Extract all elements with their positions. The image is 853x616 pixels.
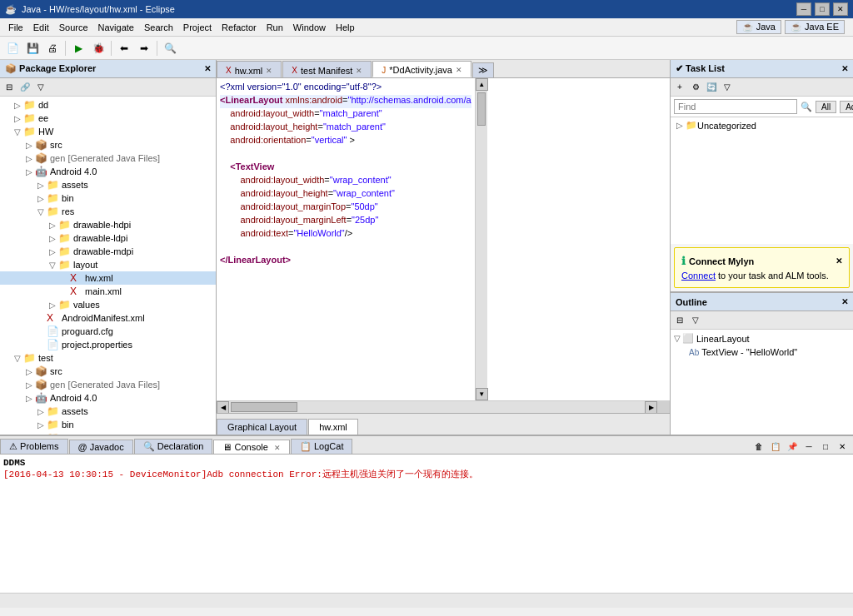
tree-item-src[interactable]: ▷ 📦 src [0, 138, 216, 152]
hw-xml-tab[interactable]: hw.xml [308, 419, 358, 435]
tree-item-test-gen[interactable]: ▷ 📦 gen [Generated Java Files] [0, 378, 216, 391]
tree-item-layout[interactable]: ▽ 📁 layout [0, 258, 216, 271]
tree-item-assets[interactable]: ▷ 📁 assets [0, 178, 216, 191]
tree-item-main-xml[interactable]: X main.xml [0, 285, 216, 298]
tab-test-manifest[interactable]: X test Manifest ✕ [282, 61, 372, 77]
menu-refactor[interactable]: Refactor [217, 21, 262, 34]
outline-view-menu-btn[interactable]: ▽ [688, 313, 703, 328]
close-button[interactable]: ✕ [833, 2, 848, 16]
toggle-layout[interactable]: ▽ [47, 261, 58, 270]
console-pin-btn[interactable]: 📌 [785, 439, 800, 454]
outline-close-btn[interactable]: ✕ [841, 297, 848, 306]
scroll-down-arrow[interactable]: ▼ [476, 388, 488, 400]
tab-hw-xml-close[interactable]: ✕ [266, 67, 272, 75]
tree-item-dd[interactable]: ▷ 📁 dd [0, 98, 216, 112]
collapse-all-btn[interactable]: ⊟ [2, 80, 17, 95]
task-sync-btn[interactable]: 🔄 [704, 80, 719, 95]
console-maximize-btn[interactable]: □ [818, 439, 833, 454]
toggle-test[interactable]: ▽ [12, 354, 23, 363]
menu-help[interactable]: Help [331, 21, 360, 34]
mylyn-connect-link[interactable]: Connect [681, 271, 716, 281]
tab-logcat[interactable]: 📋 LogCat [291, 439, 353, 454]
tree-item-ee[interactable]: ▷ 📁 ee [0, 112, 216, 125]
run-button[interactable]: ▶ [69, 39, 87, 57]
toggle-dd[interactable]: ▷ [12, 101, 23, 110]
tab-dd-activity[interactable]: J *DdActivity.java ✕ [372, 61, 471, 77]
minimize-button[interactable]: ─ [796, 2, 811, 16]
menu-run[interactable]: Run [262, 21, 288, 34]
toggle-src[interactable]: ▷ [23, 141, 35, 150]
tab-test-manifest-close[interactable]: ✕ [356, 67, 362, 75]
menu-source[interactable]: Source [54, 21, 93, 34]
tab-problems[interactable]: ⚠ Problems [0, 439, 68, 454]
filter-activat-btn[interactable]: Activat... [840, 101, 853, 113]
toggle-gen[interactable]: ▷ [23, 154, 35, 163]
toggle-bin[interactable]: ▷ [35, 194, 47, 203]
graphical-layout-tab[interactable]: Graphical Layout [217, 419, 307, 435]
tree-item-drawable-hdpi[interactable]: ▷ 📁 drawable-hdpi [0, 218, 216, 231]
tree-item-test[interactable]: ▽ 📁 test [0, 351, 216, 365]
tree-item-res[interactable]: ▽ 📁 res [0, 205, 216, 218]
task-list-close-btn[interactable]: ✕ [841, 64, 848, 73]
toggle-res[interactable]: ▽ [35, 207, 47, 216]
outline-collapse-btn[interactable]: ⊟ [672, 313, 687, 328]
toggle-test-gen[interactable]: ▷ [23, 380, 35, 390]
task-new-btn[interactable]: + [672, 80, 687, 95]
scroll-thumb[interactable] [477, 92, 486, 126]
tree-item-bin[interactable]: ▷ 📁 bin [0, 191, 216, 205]
scroll-left-arrow[interactable]: ◀ [217, 401, 229, 414]
scroll-up-arrow[interactable]: ▲ [476, 78, 488, 91]
menu-search[interactable]: Search [139, 21, 178, 34]
package-tree[interactable]: ▷ 📁 dd ▷ 📁 ee ▽ 📁 HW ▷ 📦 src ▷ � [0, 97, 216, 435]
scroll-right-arrow[interactable]: ▶ [645, 401, 657, 414]
toggle-android40[interactable]: ▷ [23, 167, 35, 176]
filter-all-btn[interactable]: All [816, 101, 836, 113]
menu-file[interactable]: File [3, 21, 28, 34]
back-button[interactable]: ⬅ [115, 39, 133, 57]
debug-button[interactable]: 🐞 [89, 39, 107, 57]
editor-vertical-scrollbar[interactable]: ▲ ▼ [475, 78, 487, 400]
new-button[interactable]: 📄 [3, 39, 22, 57]
tree-item-gen[interactable]: ▷ 📦 gen [Generated Java Files] [0, 152, 216, 165]
java-ee-perspective-btn[interactable]: ☕ Java EE [785, 20, 845, 34]
tab-overflow-btn[interactable]: ≫ [472, 62, 494, 77]
mylyn-close-btn[interactable]: ✕ [836, 256, 842, 266]
view-menu-btn[interactable]: ▽ [33, 80, 48, 95]
package-explorer-close-btn[interactable]: ✕ [204, 64, 211, 73]
task-search-input[interactable] [674, 99, 797, 114]
tree-item-values[interactable]: ▷ 📁 values [0, 298, 216, 311]
menu-project[interactable]: Project [178, 21, 217, 34]
console-clear-btn[interactable]: 🗑 [751, 439, 766, 454]
toggle-outline-linearlayout[interactable]: ▽ [674, 334, 681, 343]
tree-item-test-bin[interactable]: ▷ 📁 bin [0, 418, 216, 431]
toggle-test-assets[interactable]: ▷ [35, 407, 47, 416]
xml-editor[interactable]: <?xml version="1.0" encoding="utf-8"?> <… [217, 78, 475, 400]
toggle-assets[interactable]: ▷ [35, 181, 47, 190]
tree-item-HW[interactable]: ▽ 📁 HW [0, 125, 216, 138]
tab-console[interactable]: 🖥 Console ✕ [213, 440, 289, 454]
tree-item-androidmanifest[interactable]: X AndroidManifest.xml [0, 311, 216, 325]
toggle-test-bin[interactable]: ▷ [35, 420, 47, 430]
tab-hw-xml[interactable]: X hw.xml ✕ [217, 61, 282, 77]
outline-textview[interactable]: Ab TextView - "HelloWorld" [674, 345, 850, 359]
toggle-uncategorized[interactable]: ▷ [674, 121, 686, 130]
toggle-test-src[interactable]: ▷ [23, 367, 35, 376]
tree-item-project-props[interactable]: 📄 project.properties [0, 338, 216, 351]
outline-linearlayout[interactable]: ▽ ⬜ LinearLayout [674, 331, 850, 345]
horiz-scroll-thumb[interactable] [231, 402, 297, 412]
tree-item-test-android40[interactable]: ▷ 🤖 Android 4.0 [0, 391, 216, 405]
tab-declaration[interactable]: 🔍 Declaration [134, 439, 213, 454]
java-perspective-btn[interactable]: ☕ Java [736, 20, 781, 34]
tree-item-drawable-mdpi[interactable]: ▷ 📁 drawable-mdpi [0, 245, 216, 258]
menu-edit[interactable]: Edit [28, 21, 54, 34]
tree-item-hw-xml[interactable]: X hw.xml [0, 271, 216, 285]
toggle-drawable-hdpi[interactable]: ▷ [47, 221, 58, 230]
toggle-test-res[interactable]: ▷ [35, 434, 47, 435]
save-button[interactable]: 💾 [23, 39, 42, 57]
console-copy-btn[interactable]: 📋 [768, 439, 783, 454]
toggle-drawable-ldpi[interactable]: ▷ [47, 234, 58, 243]
maximize-button[interactable]: □ [815, 2, 830, 16]
menu-window[interactable]: Window [288, 21, 331, 34]
tab-dd-activity-close[interactable]: ✕ [456, 66, 462, 74]
toggle-test-android40[interactable]: ▷ [23, 394, 35, 403]
